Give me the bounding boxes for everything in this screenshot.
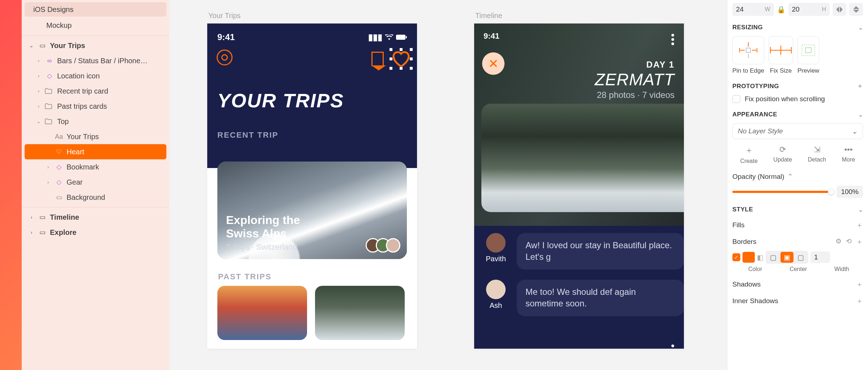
status-bar: 9:41 ▮▮▮	[217, 32, 407, 42]
folder-icon	[45, 103, 54, 109]
chevron-down-icon[interactable]: ⌄	[858, 24, 863, 31]
add-fill-icon[interactable]: ＋	[856, 220, 863, 230]
lock-icon[interactable]: 🔒	[777, 5, 786, 14]
chevron-icon[interactable]: ›	[35, 103, 42, 109]
chevron-down-icon[interactable]: ⌄	[858, 206, 863, 213]
chevron-icon[interactable]: ›	[45, 179, 51, 185]
artboard-label[interactable]: Your Trips	[208, 12, 241, 20]
recent-trip-card[interactable]: Exploring theSwiss Alps 7 days · Switzer…	[217, 162, 407, 259]
update-style-button[interactable]: ⟳Update	[773, 145, 792, 164]
more-style-button[interactable]: •••More	[842, 145, 855, 164]
flip-horizontal-icon[interactable]	[833, 3, 846, 16]
page-label: Mockup	[46, 21, 72, 30]
border-position-segment[interactable]: ▢ ▣ ▢	[766, 251, 808, 264]
canvas[interactable]: Your Trips Timeline 9:41 ▮▮▮	[169, 0, 727, 370]
border-color-swatch[interactable]	[743, 252, 755, 263]
more-icon[interactable]: •••	[671, 34, 675, 45]
fix-size-button[interactable]	[769, 36, 793, 64]
height-input[interactable]: 20H	[788, 3, 830, 16]
border-outside[interactable]: ▢	[794, 252, 807, 263]
page-ios-designs[interactable]: iOS Designs	[25, 2, 166, 17]
border-width-input[interactable]: 1	[810, 251, 830, 263]
flip-vertical-icon[interactable]	[849, 3, 863, 16]
add-inner-shadow-icon[interactable]: ＋	[856, 296, 863, 306]
swatch-handle[interactable]: ◧	[757, 253, 763, 262]
layer-label: Gear	[67, 178, 82, 186]
diamond-icon: ◇	[45, 72, 54, 80]
plus-icon: ＋	[745, 145, 753, 156]
comments-section: Pavith Aw! I loved our stay in Beautiful…	[474, 226, 684, 349]
section-prototyping: PROTOTYPING	[732, 83, 779, 90]
timeline-photo[interactable]	[481, 104, 684, 212]
layer-past-trips-cards[interactable]: ›Past trips cards	[25, 99, 166, 114]
chevron-icon[interactable]: ›	[45, 164, 51, 170]
border-inside[interactable]: ▢	[767, 252, 780, 263]
layer-location-icon[interactable]: ›◇Location icon	[25, 68, 166, 83]
artboard-icon: ▭	[38, 213, 47, 221]
opacity-value[interactable]: 100%	[837, 186, 863, 198]
gear-icon[interactable]: ⚙	[835, 237, 842, 246]
detach-style-button[interactable]: ⇲Detach	[808, 145, 826, 164]
day-label: DAY 1	[646, 60, 675, 70]
layer-style-select[interactable]: No Layer Style⌄	[732, 123, 863, 139]
comment-bubble: Aw! I loved our stay in Beautiful place.…	[517, 233, 684, 270]
more-icon[interactable]: •••	[671, 344, 675, 349]
border-center[interactable]: ▣	[780, 252, 793, 263]
opacity-slider[interactable]	[732, 191, 833, 193]
artboard-timeline-canvas[interactable]: 9:41 ✕ ••• DAY 1 ZERMATT 28 photos · 7 v…	[474, 23, 684, 349]
width-input[interactable]: 24W	[732, 3, 774, 16]
chevron-down-icon[interactable]: ⌄	[28, 43, 35, 48]
chevron-icon[interactable]: ›	[35, 58, 42, 64]
layer-label: Bookmark	[67, 163, 99, 171]
layer-recent-trip-card[interactable]: ›Recent trip card	[25, 83, 166, 99]
plus-icon[interactable]: ＋	[857, 82, 863, 90]
preview-button[interactable]	[797, 36, 819, 64]
add-shadow-icon[interactable]: ＋	[856, 280, 863, 289]
section-style: STYLE	[732, 206, 753, 213]
artboard-explore[interactable]: › ▭ Explore	[25, 225, 166, 240]
page-title: YOUR TRIPS	[217, 89, 407, 112]
artboard-your-trips[interactable]: ⌄ ▭ Your Trips	[25, 38, 166, 53]
layer-heart[interactable]: ♡Heart	[25, 144, 166, 159]
chevron-icon[interactable]: ›	[35, 88, 42, 94]
close-button[interactable]: ✕	[482, 52, 505, 75]
close-icon: ✕	[488, 56, 498, 71]
commenter-name: Pavith	[486, 255, 506, 263]
hero-section: 9:41 ▮▮▮	[207, 23, 417, 168]
page-mockup[interactable]: Mockup	[25, 18, 166, 33]
layer-top[interactable]: ⌄Top	[25, 114, 166, 129]
past-trip-card[interactable]	[217, 286, 307, 340]
chevron-right-icon[interactable]: ›	[28, 214, 35, 220]
layer-label: Location icon	[57, 72, 100, 80]
chevron-icon[interactable]: ⌄	[35, 119, 42, 124]
chevron-down-icon[interactable]: ⌄	[858, 111, 863, 118]
past-trip-card[interactable]	[315, 286, 405, 340]
chevron-icon[interactable]: ›	[35, 73, 42, 79]
layer-gear[interactable]: ›◇Gear	[25, 175, 166, 190]
gear-icon[interactable]	[217, 50, 233, 65]
layer-bookmark[interactable]: ›◇Bookmark	[25, 159, 166, 175]
status-time: 9:41	[217, 32, 235, 42]
artboard-your-trips-canvas[interactable]: 9:41 ▮▮▮	[207, 23, 417, 349]
status-bar: 9:41	[484, 31, 675, 41]
fix-position-checkbox[interactable]	[732, 95, 740, 103]
create-style-button[interactable]: ＋Create	[740, 145, 758, 164]
link-icon: ∞	[45, 57, 54, 65]
layer-your-trips[interactable]: AaYour Trips	[25, 129, 166, 144]
add-border-icon[interactable]: ＋	[856, 237, 863, 246]
chevron-right-icon[interactable]: ›	[28, 229, 35, 235]
svg-rect-0	[396, 35, 405, 40]
artboard-timeline[interactable]: › ▭ Timeline	[25, 210, 166, 225]
battery-icon	[396, 35, 407, 40]
link-icon[interactable]: ⟲	[846, 237, 852, 246]
bookmark-icon[interactable]	[371, 52, 384, 66]
pin-to-edge-button[interactable]	[732, 36, 764, 64]
layer-bars-status-bar-iphone-[interactable]: ›∞Bars / Status Bar / iPhone…	[25, 53, 166, 68]
rect-icon: ▭	[54, 193, 64, 201]
artboard-icon: ▭	[38, 228, 47, 236]
layer-background[interactable]: ▭Background	[25, 190, 166, 205]
artboard-label[interactable]: Timeline	[475, 12, 502, 20]
layer-label: Timeline	[50, 213, 79, 221]
heart-icon-selected[interactable]	[391, 50, 411, 68]
border-enabled-checkbox[interactable]: ✓	[732, 253, 740, 261]
